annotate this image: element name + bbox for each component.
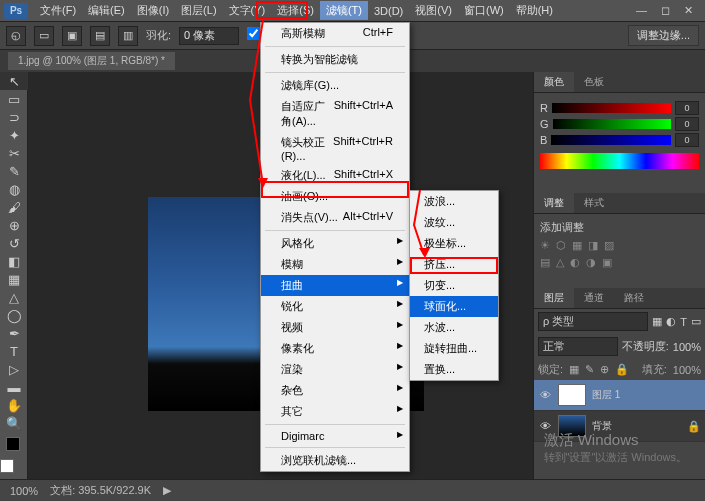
adjust-tab[interactable]: 调整 bbox=[534, 193, 574, 213]
heal-tool[interactable]: ◍ bbox=[0, 180, 28, 198]
layer-name[interactable]: 图层 1 bbox=[592, 388, 620, 402]
menu-3d[interactable]: 3D(D) bbox=[368, 3, 409, 19]
fill-value[interactable]: 100% bbox=[673, 364, 701, 376]
lasso-tool[interactable]: ⊃ bbox=[0, 108, 28, 126]
wand-tool[interactable]: ✦ bbox=[0, 126, 28, 144]
stamp-tool[interactable]: ⊕ bbox=[0, 216, 28, 234]
g-value[interactable]: 0 bbox=[675, 117, 699, 131]
sub-twirl[interactable]: 旋转扭曲... bbox=[410, 338, 498, 359]
shape-tool[interactable]: ▬ bbox=[0, 379, 28, 397]
menu-select[interactable]: 选择(S) bbox=[271, 1, 320, 20]
menu-smart-filter[interactable]: 转换为智能滤镜 bbox=[261, 49, 409, 70]
r-value[interactable]: 0 bbox=[675, 101, 699, 115]
eraser-tool[interactable]: ◧ bbox=[0, 252, 28, 270]
layer-thumb[interactable] bbox=[558, 384, 586, 406]
menu-oil[interactable]: 油画(O)... bbox=[261, 186, 409, 207]
crop-tool[interactable]: ✂ bbox=[0, 144, 28, 162]
menu-vanish[interactable]: 消失点(V)...Alt+Ctrl+V bbox=[261, 207, 409, 228]
filter-icon[interactable]: ◐ bbox=[666, 315, 676, 328]
zoom-tool[interactable]: 🔍 bbox=[0, 415, 28, 433]
brush-tool[interactable]: 🖌 bbox=[0, 198, 28, 216]
menu-digimarc[interactable]: Digimarc bbox=[261, 427, 409, 445]
b-value[interactable]: 0 bbox=[675, 133, 699, 147]
menu-view[interactable]: 视图(V) bbox=[409, 1, 458, 20]
rect-marquee-icon[interactable]: ▭ bbox=[34, 26, 54, 46]
color-tab[interactable]: 颜色 bbox=[534, 72, 574, 92]
sub-sel-icon[interactable]: ▤ bbox=[90, 26, 110, 46]
menu-adaptive[interactable]: 自适应广角(A)...Shift+Ctrl+A bbox=[261, 96, 409, 132]
menu-noise[interactable]: 杂色 bbox=[261, 380, 409, 401]
menu-filter-gallery[interactable]: 滤镜库(G)... bbox=[261, 75, 409, 96]
hand-tool[interactable]: ✋ bbox=[0, 397, 28, 415]
menu-filter[interactable]: 滤镜(T) bbox=[320, 1, 368, 20]
layers-tab[interactable]: 图层 bbox=[534, 288, 574, 308]
bg-color[interactable] bbox=[0, 459, 14, 473]
sub-shear[interactable]: 切变... bbox=[410, 275, 498, 296]
menu-window[interactable]: 窗口(W) bbox=[458, 1, 510, 20]
menu-help[interactable]: 帮助(H) bbox=[510, 1, 559, 20]
menu-liquify[interactable]: 液化(L)...Shift+Ctrl+X bbox=[261, 165, 409, 186]
document-tab[interactable]: 1.jpg @ 100% (图层 1, RGB/8*) * bbox=[8, 52, 175, 70]
add-sel-icon[interactable]: ▣ bbox=[62, 26, 82, 46]
blur-tool[interactable]: △ bbox=[0, 289, 28, 307]
tool-preset-icon[interactable]: ◵ bbox=[6, 26, 26, 46]
move-tool[interactable]: ↖ bbox=[0, 72, 28, 90]
layer-kind[interactable]: ρ 类型 bbox=[538, 312, 648, 331]
close-icon[interactable]: ✕ bbox=[684, 4, 693, 17]
menu-other[interactable]: 其它 bbox=[261, 401, 409, 422]
menu-render[interactable]: 渲染 bbox=[261, 359, 409, 380]
filter-icon[interactable]: T bbox=[680, 316, 687, 328]
menu-browse-online[interactable]: 浏览联机滤镜... bbox=[261, 450, 409, 471]
intersect-sel-icon[interactable]: ▥ bbox=[118, 26, 138, 46]
menu-file[interactable]: 文件(F) bbox=[34, 1, 82, 20]
opacity-value[interactable]: 100% bbox=[673, 341, 701, 353]
filter-icon[interactable]: ▦ bbox=[652, 315, 662, 328]
zoom-level[interactable]: 100% bbox=[10, 485, 38, 497]
feather-input[interactable] bbox=[179, 27, 239, 45]
menu-sharpen[interactable]: 锐化 bbox=[261, 296, 409, 317]
minimize-icon[interactable]: — bbox=[636, 4, 647, 17]
pen-tool[interactable]: ✒ bbox=[0, 325, 28, 343]
menu-last-filter[interactable]: 高斯模糊Ctrl+F bbox=[261, 23, 409, 44]
swatch-tab[interactable]: 色板 bbox=[574, 72, 614, 92]
sub-spherize[interactable]: 球面化... bbox=[410, 296, 498, 317]
visibility-icon[interactable]: 👁 bbox=[538, 389, 552, 401]
menu-type[interactable]: 文字(Y) bbox=[223, 1, 272, 20]
menu-layer[interactable]: 图层(L) bbox=[175, 1, 222, 20]
refine-edge-button[interactable]: 调整边缘... bbox=[628, 25, 699, 46]
menu-video[interactable]: 视频 bbox=[261, 317, 409, 338]
history-brush-tool[interactable]: ↺ bbox=[0, 234, 28, 252]
spectrum[interactable] bbox=[540, 153, 699, 169]
menu-blur[interactable]: 模糊 bbox=[261, 254, 409, 275]
sub-zigzag[interactable]: 水波... bbox=[410, 317, 498, 338]
channels-tab[interactable]: 通道 bbox=[574, 288, 614, 308]
eyedropper-tool[interactable]: ✎ bbox=[0, 162, 28, 180]
r-slider[interactable] bbox=[552, 103, 671, 113]
menu-stylize[interactable]: 风格化 bbox=[261, 233, 409, 254]
menu-image[interactable]: 图像(I) bbox=[131, 1, 175, 20]
sub-displace[interactable]: 置换... bbox=[410, 359, 498, 380]
g-slider[interactable] bbox=[553, 119, 671, 129]
fg-color[interactable] bbox=[6, 437, 20, 451]
styles-tab[interactable]: 样式 bbox=[574, 193, 614, 213]
gradient-tool[interactable]: ▦ bbox=[0, 271, 28, 289]
menu-distort[interactable]: 扭曲 bbox=[261, 275, 409, 296]
menu-lens[interactable]: 镜头校正(R)...Shift+Ctrl+R bbox=[261, 132, 409, 165]
chevron-icon[interactable]: ▶ bbox=[163, 484, 171, 497]
lock-icon[interactable]: 🔒 bbox=[615, 363, 629, 376]
b-slider[interactable] bbox=[551, 135, 671, 145]
filter-icon[interactable]: ▭ bbox=[691, 315, 701, 328]
marquee-tool[interactable]: ▭ bbox=[0, 90, 28, 108]
menu-pixelate[interactable]: 像素化 bbox=[261, 338, 409, 359]
lock-icon[interactable]: ✎ bbox=[585, 363, 594, 376]
layer-row[interactable]: 👁 图层 1 bbox=[534, 380, 705, 411]
type-tool[interactable]: T bbox=[0, 343, 28, 361]
path-tool[interactable]: ▷ bbox=[0, 361, 28, 379]
dodge-tool[interactable]: ◯ bbox=[0, 307, 28, 325]
paths-tab[interactable]: 路径 bbox=[614, 288, 654, 308]
lock-icon[interactable]: ⊕ bbox=[600, 363, 609, 376]
maximize-icon[interactable]: ◻ bbox=[661, 4, 670, 17]
menu-edit[interactable]: 编辑(E) bbox=[82, 1, 131, 20]
lock-icon[interactable]: ▦ bbox=[569, 363, 579, 376]
blend-mode[interactable]: 正常 bbox=[538, 337, 618, 356]
